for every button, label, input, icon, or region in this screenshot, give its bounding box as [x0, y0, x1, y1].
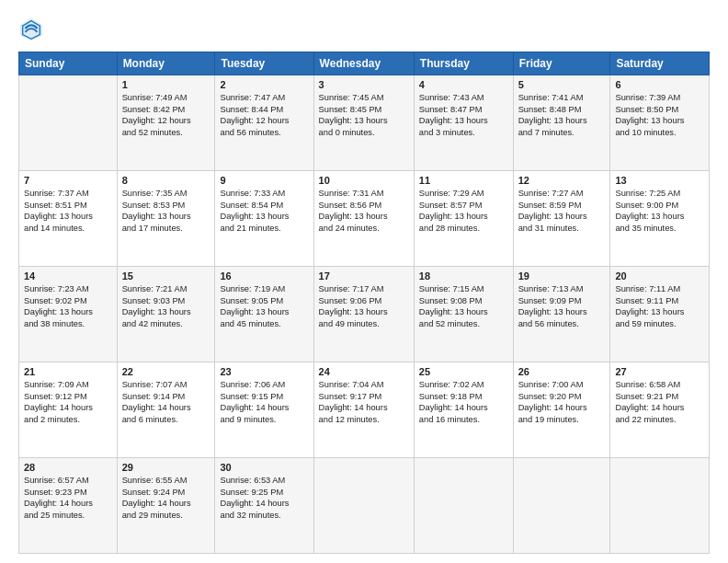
- weekday-header: Tuesday: [215, 52, 313, 75]
- calendar-cell: 17Sunrise: 7:17 AM Sunset: 9:06 PM Dayli…: [313, 267, 414, 362]
- day-number: 2: [220, 79, 308, 90]
- weekday-header: Friday: [513, 52, 610, 75]
- calendar-cell: 18Sunrise: 7:15 AM Sunset: 9:08 PM Dayli…: [414, 267, 513, 362]
- cell-text: Sunrise: 7:47 AM Sunset: 8:44 PM Dayligh…: [220, 92, 308, 138]
- cell-text: Sunrise: 7:27 AM Sunset: 8:59 PM Dayligh…: [518, 188, 606, 234]
- calendar-cell: 3Sunrise: 7:45 AM Sunset: 8:45 PM Daylig…: [313, 75, 414, 171]
- calendar-week-row: 1Sunrise: 7:49 AM Sunset: 8:42 PM Daylig…: [19, 75, 710, 171]
- cell-text: Sunrise: 7:02 AM Sunset: 9:18 PM Dayligh…: [419, 379, 508, 425]
- calendar-cell: 6Sunrise: 7:39 AM Sunset: 8:50 PM Daylig…: [610, 75, 710, 171]
- cell-text: Sunrise: 6:55 AM Sunset: 9:24 PM Dayligh…: [122, 475, 210, 521]
- cell-text: Sunrise: 6:57 AM Sunset: 9:23 PM Dayligh…: [24, 475, 112, 521]
- calendar-cell: 22Sunrise: 7:07 AM Sunset: 9:14 PM Dayli…: [117, 362, 215, 458]
- cell-text: Sunrise: 7:35 AM Sunset: 8:53 PM Dayligh…: [122, 188, 210, 234]
- cell-text: Sunrise: 7:23 AM Sunset: 9:02 PM Dayligh…: [24, 283, 112, 329]
- cell-text: Sunrise: 7:07 AM Sunset: 9:14 PM Dayligh…: [122, 379, 210, 425]
- calendar-cell: 15Sunrise: 7:21 AM Sunset: 9:03 PM Dayli…: [117, 267, 215, 362]
- day-number: 24: [319, 366, 409, 377]
- weekday-header: Thursday: [414, 52, 513, 75]
- calendar-cell: 1Sunrise: 7:49 AM Sunset: 8:42 PM Daylig…: [117, 75, 215, 171]
- weekday-header-row: SundayMondayTuesdayWednesdayThursdayFrid…: [19, 52, 710, 75]
- cell-text: Sunrise: 7:06 AM Sunset: 9:15 PM Dayligh…: [220, 379, 308, 425]
- calendar-cell: 29Sunrise: 6:55 AM Sunset: 9:24 PM Dayli…: [117, 458, 215, 554]
- day-number: 26: [518, 366, 606, 377]
- cell-text: Sunrise: 6:53 AM Sunset: 9:25 PM Dayligh…: [220, 475, 308, 521]
- calendar-week-row: 28Sunrise: 6:57 AM Sunset: 9:23 PM Dayli…: [19, 458, 710, 554]
- day-number: 14: [24, 270, 112, 282]
- calendar-cell: 16Sunrise: 7:19 AM Sunset: 9:05 PM Dayli…: [215, 267, 313, 362]
- cell-text: Sunrise: 7:04 AM Sunset: 9:17 PM Dayligh…: [319, 379, 409, 425]
- calendar-cell: 27Sunrise: 6:58 AM Sunset: 9:21 PM Dayli…: [610, 362, 710, 458]
- calendar-cell: 23Sunrise: 7:06 AM Sunset: 9:15 PM Dayli…: [215, 362, 313, 458]
- cell-text: Sunrise: 6:58 AM Sunset: 9:21 PM Dayligh…: [615, 379, 704, 425]
- cell-text: Sunrise: 7:39 AM Sunset: 8:50 PM Dayligh…: [615, 92, 704, 138]
- weekday-header: Wednesday: [313, 52, 414, 75]
- day-number: 8: [122, 175, 210, 186]
- calendar-cell: 30Sunrise: 6:53 AM Sunset: 9:25 PM Dayli…: [215, 458, 313, 554]
- calendar-cell: 9Sunrise: 7:33 AM Sunset: 8:54 PM Daylig…: [215, 171, 313, 267]
- logo-icon: [18, 17, 44, 42]
- logo: [18, 17, 48, 42]
- calendar-cell: [19, 75, 118, 171]
- day-number: 23: [220, 366, 308, 377]
- day-number: 22: [122, 366, 210, 377]
- cell-text: Sunrise: 7:13 AM Sunset: 9:09 PM Dayligh…: [518, 283, 606, 329]
- day-number: 19: [518, 270, 606, 282]
- day-number: 7: [24, 175, 112, 186]
- day-number: 3: [319, 79, 409, 90]
- calendar-cell: 11Sunrise: 7:29 AM Sunset: 8:57 PM Dayli…: [414, 171, 513, 267]
- weekday-header: Monday: [117, 52, 215, 75]
- calendar-cell: 14Sunrise: 7:23 AM Sunset: 9:02 PM Dayli…: [19, 267, 118, 362]
- day-number: 28: [24, 462, 112, 473]
- cell-text: Sunrise: 7:21 AM Sunset: 9:03 PM Dayligh…: [122, 283, 210, 329]
- day-number: 27: [615, 366, 704, 377]
- day-number: 17: [319, 270, 409, 282]
- day-number: 30: [220, 462, 308, 473]
- cell-text: Sunrise: 7:11 AM Sunset: 9:11 PM Dayligh…: [615, 283, 704, 329]
- day-number: 5: [518, 79, 606, 90]
- cell-text: Sunrise: 7:41 AM Sunset: 8:48 PM Dayligh…: [518, 92, 606, 138]
- calendar-cell: 2Sunrise: 7:47 AM Sunset: 8:44 PM Daylig…: [215, 75, 313, 171]
- calendar-cell: [414, 458, 513, 554]
- calendar-cell: 10Sunrise: 7:31 AM Sunset: 8:56 PM Dayli…: [313, 171, 414, 267]
- calendar-cell: 12Sunrise: 7:27 AM Sunset: 8:59 PM Dayli…: [513, 171, 610, 267]
- calendar-cell: 5Sunrise: 7:41 AM Sunset: 8:48 PM Daylig…: [513, 75, 610, 171]
- calendar-cell: 7Sunrise: 7:37 AM Sunset: 8:51 PM Daylig…: [19, 171, 118, 267]
- cell-text: Sunrise: 7:25 AM Sunset: 9:00 PM Dayligh…: [615, 188, 704, 234]
- cell-text: Sunrise: 7:00 AM Sunset: 9:20 PM Dayligh…: [518, 379, 606, 425]
- day-number: 25: [419, 366, 508, 377]
- calendar-cell: 13Sunrise: 7:25 AM Sunset: 9:00 PM Dayli…: [610, 171, 710, 267]
- cell-text: Sunrise: 7:37 AM Sunset: 8:51 PM Dayligh…: [24, 188, 112, 234]
- calendar-cell: [610, 458, 710, 554]
- calendar-cell: 26Sunrise: 7:00 AM Sunset: 9:20 PM Dayli…: [513, 362, 610, 458]
- day-number: 9: [220, 175, 308, 186]
- cell-text: Sunrise: 7:45 AM Sunset: 8:45 PM Dayligh…: [319, 92, 409, 138]
- cell-text: Sunrise: 7:15 AM Sunset: 9:08 PM Dayligh…: [419, 283, 508, 329]
- cell-text: Sunrise: 7:19 AM Sunset: 9:05 PM Dayligh…: [220, 283, 308, 329]
- day-number: 18: [419, 270, 508, 282]
- cell-text: Sunrise: 7:43 AM Sunset: 8:47 PM Dayligh…: [419, 92, 508, 138]
- day-number: 12: [518, 175, 606, 186]
- calendar-cell: [313, 458, 414, 554]
- cell-text: Sunrise: 7:49 AM Sunset: 8:42 PM Dayligh…: [122, 92, 210, 138]
- cell-text: Sunrise: 7:33 AM Sunset: 8:54 PM Dayligh…: [220, 188, 308, 234]
- calendar-cell: 20Sunrise: 7:11 AM Sunset: 9:11 PM Dayli…: [610, 267, 710, 362]
- day-number: 29: [122, 462, 210, 473]
- cell-text: Sunrise: 7:29 AM Sunset: 8:57 PM Dayligh…: [419, 188, 508, 234]
- calendar-cell: 4Sunrise: 7:43 AM Sunset: 8:47 PM Daylig…: [414, 75, 513, 171]
- weekday-header: Saturday: [610, 52, 710, 75]
- calendar-week-row: 14Sunrise: 7:23 AM Sunset: 9:02 PM Dayli…: [19, 267, 710, 362]
- weekday-header: Sunday: [19, 52, 118, 75]
- calendar-cell: 8Sunrise: 7:35 AM Sunset: 8:53 PM Daylig…: [117, 171, 215, 267]
- day-number: 11: [419, 175, 508, 186]
- header: [18, 17, 710, 42]
- day-number: 1: [122, 79, 210, 90]
- day-number: 13: [615, 175, 704, 186]
- calendar-table: SundayMondayTuesdayWednesdayThursdayFrid…: [18, 52, 710, 554]
- day-number: 6: [615, 79, 704, 90]
- calendar-cell: 25Sunrise: 7:02 AM Sunset: 9:18 PM Dayli…: [414, 362, 513, 458]
- cell-text: Sunrise: 7:09 AM Sunset: 9:12 PM Dayligh…: [24, 379, 112, 425]
- day-number: 16: [220, 270, 308, 282]
- day-number: 4: [419, 79, 508, 90]
- day-number: 21: [24, 366, 112, 377]
